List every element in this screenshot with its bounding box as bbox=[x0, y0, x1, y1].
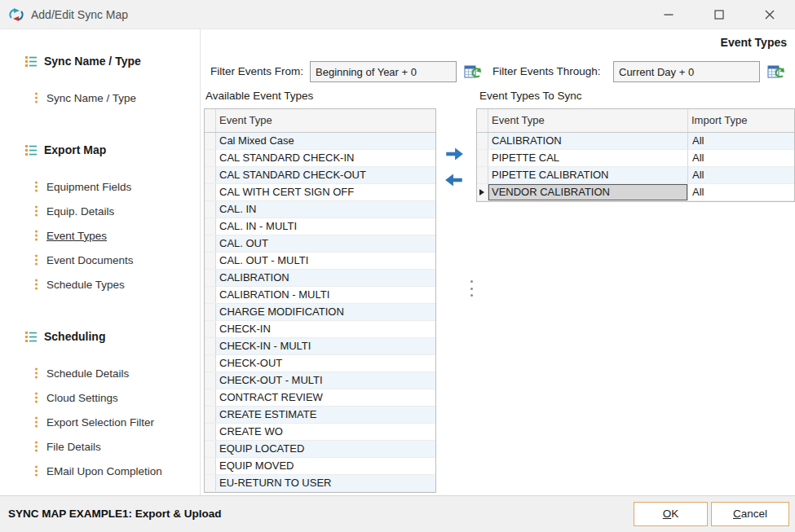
table-row[interactable]: CHECK-OUT bbox=[205, 355, 435, 372]
row-indicator bbox=[205, 441, 216, 457]
dots-icon bbox=[34, 367, 38, 379]
dots-icon bbox=[34, 465, 38, 477]
row-indicator bbox=[205, 458, 216, 474]
sidebar-section-label: Scheduling bbox=[44, 330, 105, 343]
table-row[interactable]: PIPETTE CALAll bbox=[477, 150, 794, 167]
sidebar-item-cloud-settings[interactable]: Cloud Settings bbox=[0, 385, 200, 410]
import-type-cell: All bbox=[688, 184, 794, 200]
event-type-cell: CREATE WO bbox=[216, 424, 435, 440]
table-row[interactable]: EU-RETURN TO USER bbox=[205, 475, 435, 492]
sync-table-header: Event Type Import Type bbox=[477, 109, 794, 133]
row-indicator bbox=[205, 270, 216, 286]
sidebar-item-sync-name-type[interactable]: Sync Name / Type bbox=[0, 86, 200, 110]
sidebar-item-label: Equipment Fields bbox=[46, 181, 131, 193]
cancel-button[interactable]: Cancel bbox=[711, 502, 789, 526]
event-type-cell: CAL. OUT bbox=[216, 235, 435, 252]
table-row[interactable]: CAL. OUT bbox=[205, 235, 435, 253]
table-row[interactable]: CHECK-IN bbox=[205, 321, 435, 338]
filter-from-label: Filter Events From: bbox=[210, 61, 303, 82]
row-indicator bbox=[205, 475, 216, 491]
table-row[interactable]: CONTRACT REVIEW bbox=[205, 389, 435, 407]
sidebar-item-file-details[interactable]: File Details bbox=[0, 434, 200, 459]
sidebar-item-equipment-fields[interactable]: Equipment Fields bbox=[0, 174, 200, 199]
list-icon bbox=[24, 143, 38, 156]
move-right-button[interactable] bbox=[444, 145, 465, 163]
event-type-cell: EQUIP LOCATED bbox=[216, 441, 435, 457]
sync-rows: CALIBRATIONAllPIPETTE CALAllPIPETTE CALI… bbox=[477, 133, 794, 201]
sidebar-item-equip-details[interactable]: Equip. Details bbox=[0, 199, 200, 223]
maximize-button[interactable] bbox=[694, 0, 744, 29]
row-indicator bbox=[205, 218, 216, 235]
event-type-cell: CHECK-IN - MULTI bbox=[216, 338, 435, 354]
sidebar-item-email-upon-completion[interactable]: EMail Upon Completion bbox=[0, 459, 200, 483]
event-type-cell: CONTRACT REVIEW bbox=[216, 389, 435, 406]
sync-map-icon bbox=[8, 7, 24, 22]
table-row[interactable]: EQUIP MOVED bbox=[205, 458, 435, 475]
sidebar-item-label: Sync Name / Type bbox=[46, 92, 136, 104]
table-row[interactable]: CALIBRATIONAll bbox=[477, 133, 794, 150]
filter-through-refresh-icon[interactable] bbox=[766, 62, 786, 81]
dots-icon bbox=[34, 392, 38, 403]
import-type-cell: All bbox=[688, 167, 794, 183]
add-edit-sync-map-window: Add/Edit Sync Map Sync Name / TypeSync N… bbox=[0, 0, 795, 532]
row-indicator bbox=[205, 407, 216, 423]
filter-through-input[interactable] bbox=[613, 61, 760, 82]
row-indicator bbox=[205, 355, 216, 372]
table-row[interactable]: CALIBRATION - MULTI bbox=[205, 287, 435, 304]
table-row[interactable]: CAL STANDARD CHECK-OUT bbox=[205, 167, 435, 184]
event-type-cell: CAL. IN bbox=[216, 201, 435, 218]
titlebar: Add/Edit Sync Map bbox=[0, 0, 795, 29]
table-row[interactable]: CAL STANDARD CHECK-IN bbox=[205, 150, 435, 167]
minimize-button[interactable] bbox=[643, 0, 694, 29]
sidebar-item-group: Schedule DetailsCloud SettingsExport Sel… bbox=[0, 361, 200, 483]
table-row[interactable]: CHECK-IN - MULTI bbox=[205, 338, 435, 355]
event-type-cell: PIPETTE CAL bbox=[488, 150, 688, 166]
sidebar-item-group: Equipment FieldsEquip. DetailsEvent Type… bbox=[0, 174, 200, 297]
move-left-button[interactable] bbox=[444, 171, 465, 189]
page-title: Event Types bbox=[721, 36, 787, 49]
column-header-event-type: Event Type bbox=[216, 109, 435, 132]
sidebar: Sync Name / TypeSync Name / TypeExport M… bbox=[0, 29, 201, 495]
table-row[interactable]: CHARGE MODIFICATION bbox=[205, 304, 435, 321]
event-type-cell: CALIBRATION bbox=[488, 133, 688, 149]
filter-from-refresh-icon[interactable] bbox=[463, 62, 483, 81]
close-button[interactable] bbox=[744, 0, 795, 29]
row-indicator bbox=[477, 133, 488, 149]
table-row[interactable]: CAL. OUT - MULTI bbox=[205, 253, 435, 270]
row-indicator bbox=[477, 184, 488, 200]
table-row[interactable]: CHECK-OUT - MULTI bbox=[205, 372, 435, 389]
table-row[interactable]: CALIBRATION bbox=[205, 270, 435, 287]
sidebar-item-event-types[interactable]: Event Types bbox=[0, 223, 200, 248]
event-type-cell: CAL STANDARD CHECK-OUT bbox=[216, 167, 435, 183]
event-type-cell: EU-RETURN TO USER bbox=[216, 475, 435, 491]
sidebar-item-schedule-types[interactable]: Schedule Types bbox=[0, 272, 200, 297]
sidebar-item-event-documents[interactable]: Event Documents bbox=[0, 248, 200, 272]
table-row[interactable]: CAL. IN - MULTI bbox=[205, 218, 435, 235]
ok-button[interactable]: OK bbox=[634, 502, 708, 526]
row-indicator bbox=[205, 424, 216, 440]
table-row[interactable]: CREATE ESTIMATE bbox=[205, 407, 435, 424]
table-row[interactable]: PIPETTE CALIBRATIONAll bbox=[477, 167, 794, 184]
splitter-handle[interactable] bbox=[468, 279, 475, 298]
sidebar-section-label: Sync Name / Type bbox=[44, 55, 141, 68]
filter-from-input[interactable] bbox=[310, 61, 457, 82]
row-indicator bbox=[205, 321, 216, 337]
table-row[interactable]: EQUIP LOCATED bbox=[205, 441, 435, 458]
dots-icon bbox=[34, 416, 38, 428]
sidebar-item-schedule-details[interactable]: Schedule Details bbox=[0, 361, 200, 385]
import-type-cell: All bbox=[688, 133, 794, 149]
table-row[interactable]: VENDOR CALIBRATIONAll bbox=[477, 184, 794, 201]
table-row[interactable]: CAL. IN bbox=[205, 201, 435, 218]
available-rows: Cal Mixed CaseCAL STANDARD CHECK-INCAL S… bbox=[205, 133, 435, 492]
header-indicator-cell bbox=[205, 109, 216, 132]
sidebar-item-export-selection-filter[interactable]: Export Selection Filter bbox=[0, 410, 200, 434]
event-type-cell: CHARGE MODIFICATION bbox=[216, 304, 435, 320]
table-row[interactable]: CREATE WO bbox=[205, 424, 435, 441]
available-table-title: Available Event Types bbox=[205, 90, 313, 102]
list-icon bbox=[24, 330, 38, 343]
event-type-cell: CAL. IN - MULTI bbox=[216, 218, 435, 235]
table-row[interactable]: Cal Mixed Case bbox=[205, 133, 435, 150]
table-row[interactable]: CAL WITH CERT SIGN OFF bbox=[205, 184, 435, 201]
row-indicator bbox=[205, 167, 216, 183]
event-type-cell: CAL WITH CERT SIGN OFF bbox=[216, 184, 435, 200]
